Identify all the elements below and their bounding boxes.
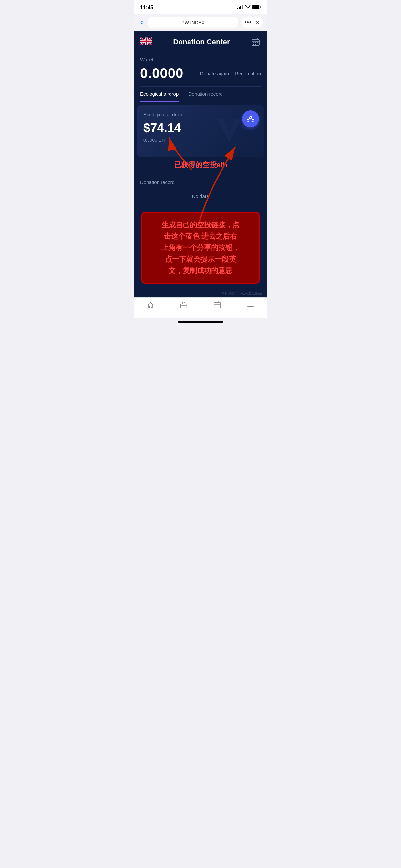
svg-line-18 [249, 118, 250, 120]
watermark: 首码项目网 www.E318.com [134, 290, 267, 298]
svg-rect-9 [255, 42, 256, 43]
page-title: Donation Center [173, 38, 230, 46]
wifi-icon [245, 5, 251, 11]
nav-title: PW INDEX [181, 20, 205, 25]
svg-rect-0 [237, 8, 238, 9]
bottom-nav-calendar[interactable] [201, 301, 234, 311]
svg-rect-5 [253, 5, 259, 9]
language-flag[interactable] [140, 37, 152, 46]
status-icons [237, 5, 261, 11]
nav-title-bar: PW INDEX [148, 17, 238, 28]
no-data-text: No data [140, 190, 261, 206]
svg-rect-1 [239, 7, 240, 10]
app-header: Donation Center [134, 31, 267, 52]
wallet-section: Wallet 0.0000 Donate again Redemption [134, 52, 267, 87]
app-container: Donation Center Wallet 0.0000 Donate aga… [134, 31, 267, 298]
nav-close-button[interactable]: ✕ [255, 19, 259, 26]
svg-rect-2 [240, 6, 241, 9]
home-indicator [178, 321, 223, 322]
bottom-nav [134, 298, 267, 318]
airdrop-amount: $74.14 [143, 121, 258, 135]
donation-record-section: Donation record No data [134, 173, 267, 209]
tabs-row: Ecological airdrop Donation record [134, 87, 267, 102]
status-time: 11:45 [140, 5, 153, 11]
chinese-annotation-text: 已获得的空投eth [174, 160, 227, 170]
bottom-nav-portfolio[interactable] [167, 301, 201, 311]
donate-again-button[interactable]: Donate again [200, 71, 229, 76]
wallet-row: 0.0000 Donate again Redemption [140, 66, 261, 81]
svg-rect-24 [214, 303, 220, 308]
menu-icon [247, 301, 254, 311]
red-annotation-box: 生成自己的空投链接，点 击这个蓝色 进去之后右 上角有一个分享的按钮， 点一下就… [142, 212, 259, 283]
airdrop-card: Ecological airdrop $74.14 0.3000 ETH [137, 105, 264, 157]
battery-icon [252, 5, 261, 11]
airdrop-section: Ecological airdrop $74.14 0.3000 ETH 已获得 [134, 102, 267, 173]
nav-more-button[interactable]: ••• [244, 19, 251, 26]
back-button[interactable]: < [138, 17, 145, 28]
svg-rect-8 [253, 42, 254, 43]
wallet-amount: 0.0000 [140, 66, 183, 81]
svg-point-15 [250, 116, 251, 118]
annotation-text: 生成自己的空投链接，点 击这个蓝色 进去之后右 上角有一个分享的按钮， 点一下就… [161, 221, 240, 275]
svg-rect-12 [255, 44, 256, 45]
status-bar: 11:45 [134, 0, 267, 14]
svg-rect-10 [257, 42, 258, 43]
nav-actions: ••• ✕ [241, 17, 263, 28]
bottom-nav-menu[interactable] [234, 301, 268, 311]
svg-rect-3 [242, 5, 243, 9]
briefcase-icon [180, 301, 188, 311]
donation-record-label: Donation record [140, 180, 261, 185]
redemption-button[interactable]: Redemption [235, 71, 261, 76]
airdrop-eth-amount: 0.3000 ETH [143, 137, 258, 143]
svg-line-19 [251, 118, 253, 120]
browser-navbar: < PW INDEX ••• ✕ [134, 14, 267, 31]
wallet-actions: Donate again Redemption [200, 71, 261, 76]
tab-ecological-airdrop[interactable]: Ecological airdrop [140, 87, 179, 102]
svg-rect-11 [253, 44, 254, 45]
airdrop-card-label: Ecological airdrop [143, 112, 258, 117]
home-icon [147, 301, 154, 311]
tab-donation-record[interactable]: Donation record [188, 87, 223, 102]
share-button[interactable] [242, 111, 259, 127]
bottom-nav-home[interactable] [134, 301, 167, 311]
wallet-label: Wallet [140, 57, 261, 62]
airdrop-card-wrapper: Ecological airdrop $74.14 0.3000 ETH [134, 102, 267, 157]
signal-icon [237, 5, 243, 10]
calendar-icon[interactable] [251, 37, 261, 47]
calendar-nav-icon [213, 301, 221, 311]
